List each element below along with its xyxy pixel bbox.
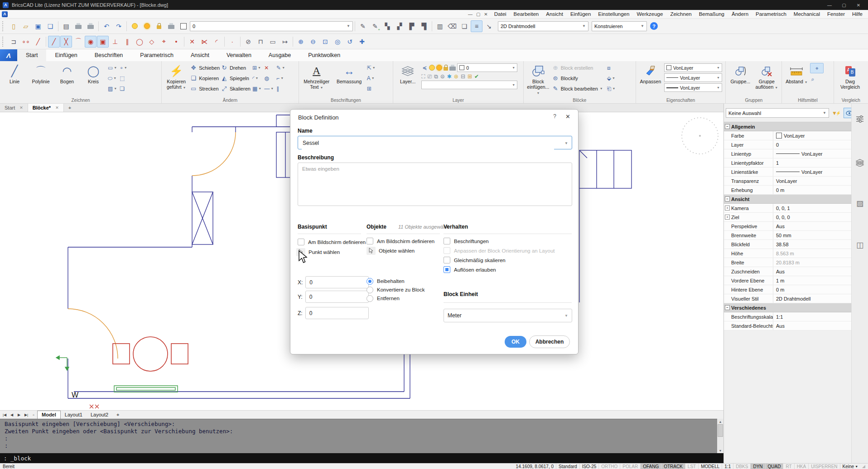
layer-filter-dropdown[interactable]: ▼ [421,81,517,89]
lineweight-dropdown[interactable]: VonLayer▼ [664,83,722,92]
selection-cycle-icon[interactable]: ▜ [418,20,430,32]
snap-2points-icon[interactable]: ∘∘ [20,36,32,48]
selection-dropdown[interactable]: Keine Auswahl▼ [726,108,829,118]
arc-button[interactable]: ◠Bogen [54,62,80,97]
layer-freeze2-icon[interactable]: ✱ [447,73,452,80]
scroll-down-icon[interactable]: ▼ [719,448,722,453]
dialog-close-icon[interactable]: ✕ [565,113,570,120]
status-toggle[interactable]: UISPERREN▼ [808,464,839,469]
property-row[interactable]: Linientyp VonLayer [724,149,852,158]
snap-point-icon[interactable]: • [170,36,182,48]
blockify-button[interactable]: ⊜Blockify [552,73,605,83]
status-toggle[interactable]: Standard▼ [556,464,579,469]
redo-icon[interactable]: ↷ [113,20,125,32]
table-icon[interactable]: ⊞ [366,84,376,93]
ribbon-tab[interactable]: Start [17,49,46,61]
select-objects-button[interactable]: Objekte wählen [366,247,415,255]
next-layout-icon[interactable]: ▶ [15,413,23,417]
property-row[interactable]: − Ansicht [724,195,852,204]
snap-apparent-intersection-icon[interactable]: ⋉ [198,36,210,48]
sheets-panel-icon[interactable]: ▨ [854,198,865,209]
status-toggle[interactable]: RT▼ [783,464,794,469]
hatch-dropdown[interactable]: ▨▼ [107,84,118,93]
property-row[interactable]: Vordere Ebene 1 m [724,276,852,285]
ok-button[interactable]: OK [505,336,526,348]
mtext-button[interactable]: AMehrzeiliger Text ▼ [301,62,333,97]
move-button[interactable]: ✥Schieben [190,63,220,72]
rectangle-dropdown[interactable]: ▭▼ [107,63,118,72]
visual-style-dropdown[interactable]: 2D Drahtmodell▼ [498,21,588,31]
layer-bright-icon[interactable] [141,20,153,32]
snap-from-icon[interactable]: ⊓ [255,36,266,48]
polyline-button[interactable]: ⌒Polylinie [28,62,53,97]
line-button[interactable]: ╱Linie [2,62,27,97]
offset-icon[interactable]: ∥ [275,84,286,93]
layer-lock-icon[interactable] [153,20,165,32]
snap-endpoint-icon[interactable]: ╱ [48,36,60,48]
snap-insertion-icon[interactable]: ▣ [97,36,109,48]
snap-arc-icon[interactable]: ⌒ [72,36,84,48]
explode-icon[interactable]: ◍ [263,73,275,83]
mdi-restore-button[interactable]: ▢ [476,12,480,17]
radio-option[interactable]: Entfernen [366,294,424,302]
circle-button[interactable]: ◯Kreis [81,62,106,97]
copy-settings-icon[interactable]: ❏ [458,20,470,32]
expand-icon[interactable]: + [725,215,730,220]
close-tab-icon[interactable]: ✕ [55,105,59,110]
menu-item[interactable]: Hilfe [849,11,866,17]
y-input[interactable] [305,291,369,303]
filter-icon[interactable]: ▼⚡ [830,108,842,118]
toolbar-grip[interactable] [2,21,5,31]
zoom-previous-icon[interactable]: ↺ [344,36,356,48]
menu-item[interactable]: Einfügen [567,11,594,17]
match-properties-icon[interactable]: ✎ [357,20,369,32]
clear-snaps-icon[interactable]: ⊘ [242,36,254,48]
snap-nearest-icon[interactable]: ∙ [227,36,238,48]
layer-freeze-icon[interactable] [436,65,442,71]
copy-tool-icon[interactable]: ❏ [119,84,128,93]
application-button[interactable]: Λ [0,49,17,61]
document-tab[interactable]: Blöcke* ✕ [28,104,64,112]
expand-icon[interactable]: − [725,124,730,129]
snap-tangent-icon[interactable]: ◜ [211,36,222,48]
panels-panel-icon[interactable]: ◫ [854,239,865,250]
last-layout-icon[interactable]: ▶| [23,413,30,417]
zoom-window-icon[interactable]: ⊡ [319,36,331,48]
add-layout-button[interactable]: + [112,411,123,419]
snap-polygon-icon[interactable]: ◇ [146,36,158,48]
snap-node-line-icon[interactable]: ╱ [32,36,44,48]
document-tab[interactable]: Start ✕ [0,104,28,112]
property-row[interactable]: Erhebung 0 m [724,186,852,195]
radio-icon[interactable] [366,295,373,302]
layout-list-icon[interactable]: ▫ [30,412,37,417]
scroll-thumb[interactable] [718,424,723,437]
open-drawing-icon[interactable]: ▱ [20,20,32,32]
cancel-button[interactable]: Abbrechen [529,335,570,348]
radio-icon[interactable] [366,287,373,293]
layout-tab[interactable]: Layout1 [61,411,87,419]
property-row[interactable]: Hintere Ebene 0 m [724,285,852,294]
edit-block-button[interactable]: ✎Block bearbeiten ▼ [552,84,605,93]
layer-unisolate-icon[interactable]: ⎚ [428,73,432,80]
status-toggle[interactable]: OFANG▼ [640,464,661,469]
snap-parallel-icon[interactable]: ∥ [121,36,133,48]
menu-item[interactable]: Parametrisch [752,11,790,17]
align-dropdown[interactable]: ▦▼ [251,84,262,93]
menu-item[interactable]: Ändern [728,11,752,17]
status-toggle[interactable]: MODELL▼ [698,464,722,469]
layer-plot-icon[interactable] [165,20,177,32]
radio-option[interactable]: Beibehalten [366,277,424,285]
layer-lock2-icon[interactable]: ⊟ [461,73,465,80]
expand-icon[interactable]: − [725,196,730,201]
delete-icon[interactable]: ✕ [263,63,275,72]
menu-item[interactable]: Zeichnen [666,11,695,17]
behavior-checkbox[interactable]: Gleichmäßig skalieren [444,257,579,263]
layer-lock-icon[interactable] [444,67,448,71]
property-row[interactable]: + Kamera 0, 0, 1 [724,204,852,213]
description-textarea[interactable] [298,163,572,206]
status-toggle[interactable]: ISO-25▼ [579,464,599,469]
block-name-input[interactable] [302,136,554,150]
layer-states-icon[interactable]: ≼ [421,63,428,72]
stretch-button[interactable]: ▭Strecken [190,84,220,93]
selection-grips-icon[interactable]: ▛ [406,20,418,32]
